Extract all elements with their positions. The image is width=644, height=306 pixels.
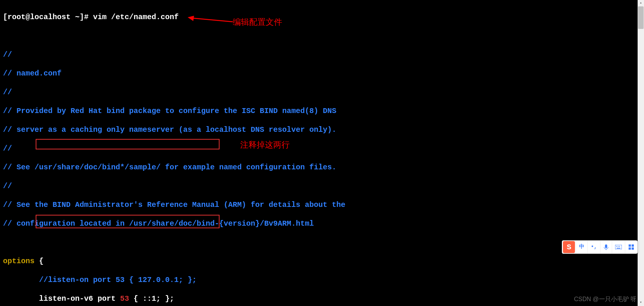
svg-rect-7: [629, 244, 631, 247]
brace-open: {: [35, 257, 44, 265]
svg-rect-9: [629, 247, 631, 250]
watermark-text: CSDN @一只小毛驴 呀: [574, 295, 636, 303]
ime-language-toggle[interactable]: 中: [576, 241, 587, 253]
ime-keyboard-icon[interactable]: [612, 241, 625, 253]
shell-command: vim /etc/named.conf: [93, 13, 179, 21]
svg-rect-4: [618, 246, 618, 247]
options-keyword: options: [3, 257, 35, 265]
comment-line: // configuration located in /usr/share/d…: [3, 219, 641, 228]
comment-line: //: [3, 144, 641, 153]
svg-rect-8: [632, 244, 634, 247]
listen-v6-key: listen-on-v6 port: [3, 294, 120, 303]
ime-toolbar[interactable]: S 中 •,: [562, 240, 638, 254]
ime-punctuation-icon[interactable]: •,: [587, 241, 600, 253]
comment-line: // server as a caching only nameserver (…: [3, 125, 641, 134]
comment-line: //: [3, 181, 641, 191]
listen-v6-port: 53: [120, 294, 129, 303]
comment-line: // See the BIND Administrator's Referenc…: [3, 200, 641, 210]
comment-line: //: [3, 50, 641, 59]
svg-rect-5: [619, 246, 620, 247]
scroll-down-arrow-icon[interactable]: ▾: [638, 300, 644, 306]
shell-prompt: [root@localhost ~]#: [3, 13, 93, 21]
comment-line: //: [3, 87, 641, 97]
ime-voice-icon[interactable]: [600, 241, 612, 253]
svg-rect-10: [632, 247, 634, 250]
comment-line: // named.conf: [3, 69, 641, 78]
scroll-up-arrow-icon[interactable]: ▴: [638, 0, 644, 6]
listen-v6-rest: { ::1; };: [129, 294, 174, 303]
ime-logo-icon[interactable]: S: [563, 241, 575, 253]
vertical-scrollbar[interactable]: ▴ ▾: [638, 0, 644, 306]
terminal-viewport[interactable]: [root@localhost ~]# vim /etc/named.conf …: [0, 0, 644, 306]
annotation-comment-lines: 注释掉这两行: [240, 140, 290, 150]
svg-rect-3: [616, 246, 617, 247]
listen-on-line: //listen-on port 53 { 127.0.0.1; };: [3, 275, 641, 285]
svg-rect-2: [615, 245, 622, 249]
annotation-edit-config: 编辑配置文件: [233, 17, 282, 27]
scrollbar-thumb[interactable]: [638, 6, 644, 29]
svg-rect-6: [617, 248, 620, 249]
comment-line: // See /usr/share/doc/bind*/sample/ for …: [3, 163, 641, 172]
comment-line: // Provided by Red Hat bind package to c…: [3, 106, 641, 116]
ime-settings-icon[interactable]: [625, 241, 637, 253]
